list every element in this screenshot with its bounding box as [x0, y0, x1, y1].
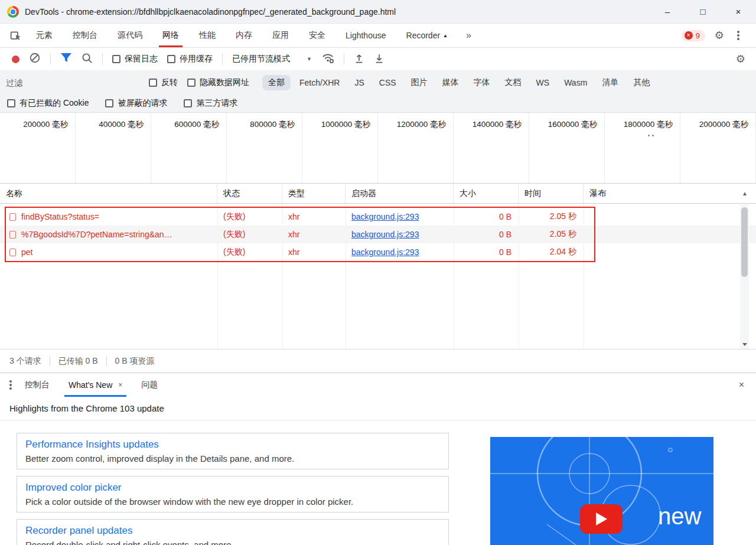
disable-cache-checkbox[interactable] [167, 55, 175, 63]
invert-filter-option[interactable]: 反转 [149, 77, 178, 88]
invert-checkbox[interactable] [149, 79, 157, 87]
card-description: Record double-click and right-click even… [25, 540, 440, 545]
drawer-menu-kebab-icon[interactable] [9, 384, 12, 386]
tab-console[interactable]: 控制台 [63, 24, 107, 47]
scroll-down-icon[interactable] [740, 340, 749, 349]
table-scrollbar[interactable] [740, 204, 749, 349]
initiator-link[interactable]: background.js:293 [351, 230, 419, 239]
table-row[interactable]: pet (失败) xhr background.js:293 0 B 2.04 … [0, 243, 756, 261]
youtube-play-button[interactable] [580, 504, 623, 534]
drawer-close-icon[interactable]: × [739, 380, 750, 390]
tab-elements[interactable]: 元素 [26, 24, 63, 47]
scrollbar-thumb[interactable] [741, 207, 748, 277]
preserve-log-checkbox[interactable] [112, 55, 120, 63]
timeline-label: 1400000 毫秒 [454, 119, 529, 130]
column-header-size[interactable]: 大小 [454, 184, 519, 203]
timeline-label: 1800000 毫秒 [605, 119, 680, 130]
throttling-select[interactable]: 已停用节流模式 ▼ [232, 54, 312, 64]
tab-network[interactable]: 网络 [152, 24, 189, 47]
sort-ascending-icon[interactable]: ▲ [742, 190, 748, 197]
tab-security[interactable]: 安全 [299, 24, 335, 47]
main-menu-kebab-icon[interactable] [737, 34, 739, 37]
network-conditions-icon[interactable] [321, 52, 334, 66]
error-badge[interactable]: × 9 [682, 30, 705, 41]
column-header-type[interactable]: 类型 [282, 184, 346, 203]
column-header-name[interactable]: 名称 [0, 184, 217, 203]
clear-button[interactable] [29, 52, 41, 66]
filter-pill-other[interactable]: 其他 [627, 75, 656, 90]
column-header-time[interactable]: 时间 [519, 184, 584, 203]
close-tab-icon[interactable]: × [118, 381, 122, 389]
import-har-icon[interactable] [354, 53, 364, 66]
export-har-icon[interactable] [374, 53, 384, 66]
disable-cache-option[interactable]: 停用缓存 [167, 54, 213, 64]
tab-lighthouse[interactable]: Lighthouse [335, 24, 396, 47]
network-toolbar: 保留日志 停用缓存 已停用节流模式 ▼ ⚙ [0, 48, 756, 70]
card-title-link[interactable]: Recorder panel updates [25, 525, 440, 537]
titlebar: DevTools - chrome-extension://bfdhllbpjc… [0, 0, 756, 24]
record-button[interactable] [12, 56, 19, 63]
filter-pill-doc[interactable]: 文档 [499, 75, 527, 90]
filter-pill-js[interactable]: JS [348, 76, 370, 90]
filter-pill-ws[interactable]: WS [530, 76, 556, 90]
tab-recorder[interactable]: Recorder ▲ [396, 24, 458, 47]
network-settings-gear-icon[interactable]: ⚙ [736, 53, 745, 66]
column-header-status[interactable]: 状态 [217, 184, 282, 203]
initiator-link[interactable]: background.js:293 [351, 212, 419, 221]
table-row[interactable]: findByStatus?status= (失败) xhr background… [0, 208, 756, 226]
status-divider [106, 356, 107, 366]
status-divider [50, 356, 50, 366]
play-triangle-icon [596, 513, 607, 526]
tab-performance[interactable]: 性能 [189, 24, 226, 47]
timeline-label: 600000 毫秒 [151, 119, 226, 130]
third-party-option[interactable]: 第三方请求 [184, 98, 237, 109]
filter-pill-media[interactable]: 媒体 [436, 75, 465, 90]
tab-application[interactable]: 应用 [262, 24, 299, 47]
blocked-requests-option[interactable]: 被屏蔽的请求 [105, 98, 167, 109]
blocked-requests-checkbox[interactable] [105, 99, 113, 107]
third-party-checkbox[interactable] [184, 99, 192, 107]
column-header-waterfall[interactable]: 瀑布 ▲ [584, 184, 756, 203]
card-title-link[interactable]: Performance Insights updates [25, 439, 440, 451]
request-type: xhr [282, 208, 346, 226]
filter-pill-fetch-xhr[interactable]: Fetch/XHR [294, 76, 346, 90]
card-title-link[interactable]: Improved color picker [25, 482, 440, 494]
request-name: %7BgoodsId%7D?petName=string&an… [21, 230, 172, 239]
blocked-cookies-option[interactable]: 有已拦截的 Cookie [7, 98, 89, 109]
request-size: 0 B [454, 208, 519, 226]
maximize-button[interactable]: □ [685, 0, 721, 23]
blocked-cookies-checkbox[interactable] [7, 99, 15, 107]
filter-pill-font[interactable]: 字体 [468, 75, 496, 90]
network-overview[interactable]: 200000 毫秒 400000 毫秒 600000 毫秒 800000 毫秒 … [0, 113, 756, 184]
request-time: 2.05 秒 [519, 226, 584, 243]
drawer-tabbar: 控制台 What's New × 问题 × [0, 373, 756, 397]
filter-pill-all[interactable]: 全部 [262, 75, 291, 90]
tab-sources[interactable]: 源代码 [107, 24, 152, 47]
more-tabs-icon[interactable]: » [458, 30, 480, 41]
search-icon[interactable] [82, 53, 93, 66]
drawer-tab-issues[interactable]: 问题 [132, 373, 167, 397]
preserve-log-option[interactable]: 保留日志 [112, 54, 158, 64]
tabbar-right-group: × 9 ⚙ [682, 29, 751, 42]
filter-input[interactable] [6, 78, 139, 87]
filter-pill-img[interactable]: 图片 [405, 75, 434, 90]
overview-activity-dots [648, 135, 650, 136]
whats-new-video-thumbnail[interactable]: new [490, 437, 713, 545]
column-header-initiator[interactable]: 启动器 [346, 184, 454, 203]
drawer-tab-whats-new[interactable]: What's New × [59, 373, 132, 397]
initiator-link[interactable]: background.js:293 [351, 247, 419, 257]
filter-toggle-icon[interactable] [60, 53, 72, 66]
filter-pill-css[interactable]: CSS [373, 76, 402, 90]
filter-pill-wasm[interactable]: Wasm [558, 76, 593, 90]
minimize-button[interactable]: – [650, 0, 685, 23]
hide-data-urls-option[interactable]: 隐藏数据网址 [187, 77, 249, 88]
timeline-label: 2000000 毫秒 [680, 119, 755, 130]
close-button[interactable]: × [721, 0, 756, 23]
filter-pill-manifest[interactable]: 清单 [596, 75, 624, 90]
drawer-tab-console[interactable]: 控制台 [15, 373, 59, 397]
hide-data-urls-checkbox[interactable] [187, 79, 195, 87]
tab-memory[interactable]: 内存 [226, 24, 262, 47]
settings-gear-icon[interactable]: ⚙ [715, 29, 724, 42]
inspect-element-icon[interactable] [5, 24, 26, 47]
table-row[interactable]: %7BgoodsId%7D?petName=string&an… (失败) xh… [0, 226, 756, 243]
